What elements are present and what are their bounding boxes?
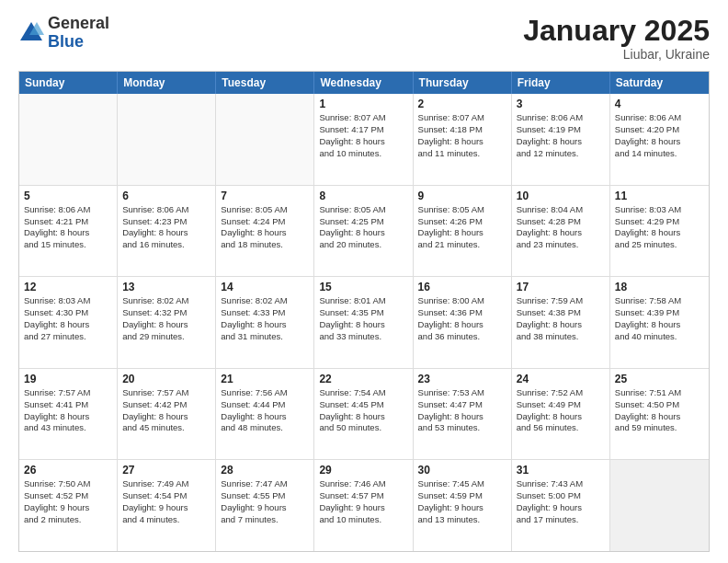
day-number: 26 (24, 464, 112, 477)
calendar-row-2: 5Sunrise: 8:06 AM Sunset: 4:21 PM Daylig… (19, 185, 709, 277)
day-cell-16: 16Sunrise: 8:00 AM Sunset: 4:36 PM Dayli… (414, 277, 512, 368)
day-number: 16 (418, 281, 506, 293)
day-number: 27 (122, 464, 210, 477)
day-number: 9 (418, 190, 506, 202)
day-info: Sunrise: 8:06 AM Sunset: 4:21 PM Dayligh… (24, 204, 112, 251)
day-number: 1 (319, 98, 407, 110)
day-cell-6: 6Sunrise: 8:06 AM Sunset: 4:23 PM Daylig… (118, 186, 216, 277)
day-cell-2: 2Sunrise: 8:07 AM Sunset: 4:18 PM Daylig… (414, 94, 512, 185)
day-cell-24: 24Sunrise: 7:52 AM Sunset: 4:49 PM Dayli… (512, 369, 610, 460)
day-number: 4 (615, 98, 704, 110)
day-number: 11 (615, 190, 704, 202)
day-cell-4: 4Sunrise: 8:06 AM Sunset: 4:20 PM Daylig… (610, 94, 709, 185)
day-info: Sunrise: 8:02 AM Sunset: 4:33 PM Dayligh… (221, 295, 309, 342)
day-info: Sunrise: 8:03 AM Sunset: 4:29 PM Dayligh… (615, 204, 704, 251)
day-number: 15 (319, 281, 407, 293)
day-info: Sunrise: 8:00 AM Sunset: 4:36 PM Dayligh… (418, 295, 506, 342)
day-info: Sunrise: 7:52 AM Sunset: 4:49 PM Dayligh… (517, 387, 605, 434)
calendar-row-4: 19Sunrise: 7:57 AM Sunset: 4:41 PM Dayli… (19, 368, 709, 460)
day-number: 22 (319, 373, 407, 385)
weekday-header-saturday: Saturday (610, 72, 709, 94)
calendar-body: 1Sunrise: 8:07 AM Sunset: 4:17 PM Daylig… (19, 94, 709, 551)
day-info: Sunrise: 7:43 AM Sunset: 5:00 PM Dayligh… (517, 478, 605, 525)
day-cell-21: 21Sunrise: 7:56 AM Sunset: 4:44 PM Dayli… (216, 369, 314, 460)
day-cell-15: 15Sunrise: 8:01 AM Sunset: 4:35 PM Dayli… (314, 277, 413, 368)
month-title: January 2025 (523, 15, 710, 47)
day-info: Sunrise: 7:59 AM Sunset: 4:38 PM Dayligh… (517, 295, 605, 342)
day-cell-19: 19Sunrise: 7:57 AM Sunset: 4:41 PM Dayli… (19, 369, 118, 460)
day-number: 31 (517, 464, 605, 477)
day-info: Sunrise: 8:03 AM Sunset: 4:30 PM Dayligh… (24, 295, 112, 342)
calendar-row-3: 12Sunrise: 8:03 AM Sunset: 4:30 PM Dayli… (19, 276, 709, 368)
day-number: 23 (418, 373, 506, 385)
empty-cell (19, 94, 118, 185)
title-block: January 2025 Liubar, Ukraine (523, 15, 710, 62)
day-cell-11: 11Sunrise: 8:03 AM Sunset: 4:29 PM Dayli… (610, 186, 709, 277)
logo-general-label: General (48, 15, 109, 33)
day-number: 30 (418, 464, 506, 477)
day-cell-5: 5Sunrise: 8:06 AM Sunset: 4:21 PM Daylig… (19, 186, 118, 277)
day-info: Sunrise: 7:50 AM Sunset: 4:52 PM Dayligh… (24, 478, 112, 525)
day-number: 2 (418, 98, 506, 110)
day-info: Sunrise: 8:02 AM Sunset: 4:32 PM Dayligh… (122, 295, 210, 342)
calendar-header: SundayMondayTuesdayWednesdayThursdayFrid… (19, 72, 709, 94)
weekday-header-sunday: Sunday (19, 72, 118, 94)
weekday-header-wednesday: Wednesday (314, 72, 413, 94)
day-info: Sunrise: 7:57 AM Sunset: 4:42 PM Dayligh… (122, 387, 210, 434)
day-info: Sunrise: 7:49 AM Sunset: 4:54 PM Dayligh… (122, 478, 210, 525)
day-cell-14: 14Sunrise: 8:02 AM Sunset: 4:33 PM Dayli… (216, 277, 314, 368)
day-info: Sunrise: 8:04 AM Sunset: 4:28 PM Dayligh… (517, 204, 605, 251)
day-number: 21 (221, 373, 309, 385)
day-info: Sunrise: 8:05 AM Sunset: 4:26 PM Dayligh… (418, 204, 506, 251)
day-info: Sunrise: 8:01 AM Sunset: 4:35 PM Dayligh… (319, 295, 407, 342)
day-number: 7 (221, 190, 309, 202)
empty-cell (216, 94, 314, 185)
day-cell-30: 30Sunrise: 7:45 AM Sunset: 4:59 PM Dayli… (414, 460, 512, 551)
logo-text: General Blue (48, 15, 109, 52)
day-number: 14 (221, 281, 309, 293)
day-cell-7: 7Sunrise: 8:05 AM Sunset: 4:24 PM Daylig… (216, 186, 314, 277)
day-number: 18 (615, 281, 704, 293)
day-cell-22: 22Sunrise: 7:54 AM Sunset: 4:45 PM Dayli… (314, 369, 413, 460)
day-number: 28 (221, 464, 309, 477)
day-cell-17: 17Sunrise: 7:59 AM Sunset: 4:38 PM Dayli… (512, 277, 610, 368)
calendar-row-5: 26Sunrise: 7:50 AM Sunset: 4:52 PM Dayli… (19, 459, 709, 551)
day-info: Sunrise: 8:07 AM Sunset: 4:17 PM Dayligh… (319, 112, 407, 159)
day-cell-9: 9Sunrise: 8:05 AM Sunset: 4:26 PM Daylig… (414, 186, 512, 277)
weekday-header-thursday: Thursday (414, 72, 512, 94)
calendar-row-1: 1Sunrise: 8:07 AM Sunset: 4:17 PM Daylig… (19, 94, 709, 185)
day-info: Sunrise: 7:46 AM Sunset: 4:57 PM Dayligh… (319, 478, 407, 525)
weekday-header-friday: Friday (512, 72, 610, 94)
day-info: Sunrise: 8:06 AM Sunset: 4:20 PM Dayligh… (615, 112, 704, 159)
empty-cell (610, 460, 709, 551)
day-info: Sunrise: 7:51 AM Sunset: 4:50 PM Dayligh… (615, 387, 704, 434)
day-info: Sunrise: 7:58 AM Sunset: 4:39 PM Dayligh… (615, 295, 704, 342)
location-subtitle: Liubar, Ukraine (523, 47, 710, 62)
day-number: 19 (24, 373, 112, 385)
weekday-header-monday: Monday (118, 72, 216, 94)
day-info: Sunrise: 7:56 AM Sunset: 4:44 PM Dayligh… (221, 387, 309, 434)
day-cell-29: 29Sunrise: 7:46 AM Sunset: 4:57 PM Dayli… (314, 460, 413, 551)
calendar: SundayMondayTuesdayWednesdayThursdayFrid… (18, 71, 710, 552)
day-number: 25 (615, 373, 704, 385)
day-cell-18: 18Sunrise: 7:58 AM Sunset: 4:39 PM Dayli… (610, 277, 709, 368)
day-cell-27: 27Sunrise: 7:49 AM Sunset: 4:54 PM Dayli… (118, 460, 216, 551)
header: General Blue January 2025 Liubar, Ukrain… (18, 15, 710, 62)
logo: General Blue (18, 15, 109, 52)
day-cell-1: 1Sunrise: 8:07 AM Sunset: 4:17 PM Daylig… (314, 94, 413, 185)
day-number: 10 (517, 190, 605, 202)
day-info: Sunrise: 8:05 AM Sunset: 4:24 PM Dayligh… (221, 204, 309, 251)
day-number: 8 (319, 190, 407, 202)
day-cell-23: 23Sunrise: 7:53 AM Sunset: 4:47 PM Dayli… (414, 369, 512, 460)
day-info: Sunrise: 7:47 AM Sunset: 4:55 PM Dayligh… (221, 478, 309, 525)
day-number: 3 (517, 98, 605, 110)
logo-icon (18, 20, 44, 46)
empty-cell (118, 94, 216, 185)
day-cell-25: 25Sunrise: 7:51 AM Sunset: 4:50 PM Dayli… (610, 369, 709, 460)
weekday-header-tuesday: Tuesday (216, 72, 314, 94)
day-cell-20: 20Sunrise: 7:57 AM Sunset: 4:42 PM Dayli… (118, 369, 216, 460)
day-info: Sunrise: 7:53 AM Sunset: 4:47 PM Dayligh… (418, 387, 506, 434)
day-number: 24 (517, 373, 605, 385)
day-cell-31: 31Sunrise: 7:43 AM Sunset: 5:00 PM Dayli… (512, 460, 610, 551)
day-number: 13 (122, 281, 210, 293)
